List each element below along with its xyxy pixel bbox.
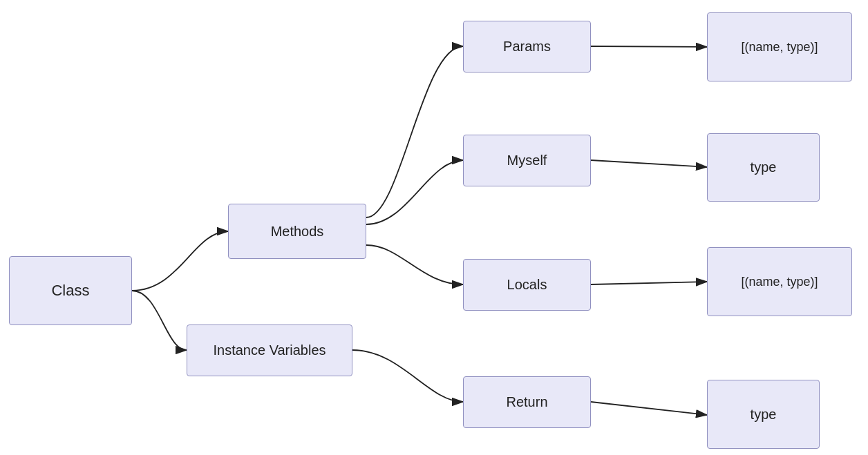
diagram: Class Methods Instance Variables Params …: [0, 0, 868, 455]
locals-type-node: [(name, type)]: [707, 247, 852, 316]
locals-node: Locals: [463, 259, 591, 311]
instance-variables-node: Instance Variables: [187, 325, 352, 376]
return-type-node: type: [707, 380, 820, 449]
return-node: Return: [463, 376, 591, 428]
myself-type-node: type: [707, 133, 820, 202]
params-node: Params: [463, 21, 591, 72]
class-node: Class: [9, 256, 132, 325]
myself-node: Myself: [463, 135, 591, 186]
params-type-node: [(name, type)]: [707, 12, 852, 81]
methods-node: Methods: [228, 204, 366, 259]
